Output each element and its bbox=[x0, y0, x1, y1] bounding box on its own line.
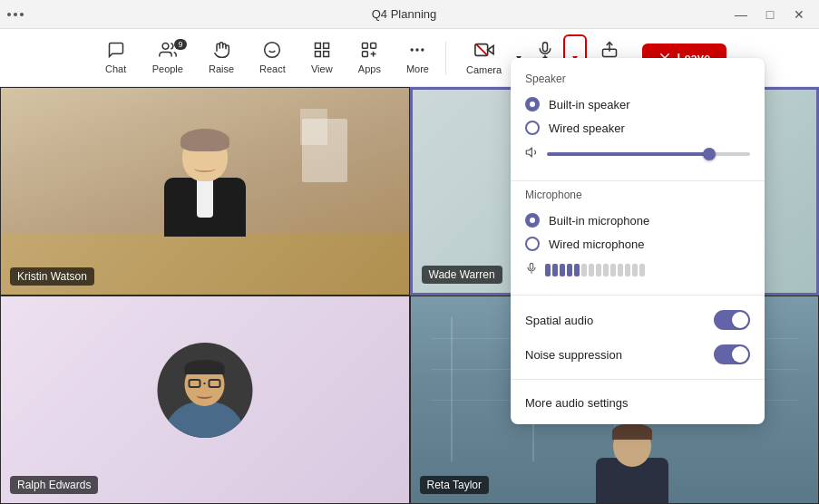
title-bar: Q4 Planning — □ ✕ bbox=[0, 0, 819, 29]
wired-speaker-option[interactable]: Wired speaker bbox=[511, 116, 765, 140]
level-bar-5 bbox=[574, 264, 580, 276]
level-bar-7 bbox=[589, 264, 594, 276]
divider-2 bbox=[511, 295, 765, 296]
more-icon bbox=[408, 41, 426, 62]
divider-3 bbox=[511, 379, 765, 380]
wired-speaker-label: Wired speaker bbox=[549, 121, 625, 135]
video-cell-ralph[interactable]: Ralph Edwards bbox=[0, 296, 410, 504]
svg-rect-5 bbox=[323, 44, 328, 49]
toolbar-react[interactable]: React bbox=[247, 35, 298, 80]
speaker-section-label: Speaker bbox=[511, 73, 765, 92]
react-icon bbox=[263, 41, 281, 62]
wired-mic-radio[interactable] bbox=[525, 237, 540, 251]
level-bar-12 bbox=[625, 264, 630, 276]
app-title: Q4 Planning bbox=[80, 7, 728, 21]
builtin-mic-option[interactable]: Built-in microphone bbox=[511, 208, 765, 232]
svg-point-11 bbox=[411, 48, 414, 51]
video-cell-kristin[interactable]: Kristin Watson bbox=[0, 87, 410, 296]
volume-slider[interactable] bbox=[547, 152, 750, 156]
level-bar-13 bbox=[632, 264, 638, 276]
react-label: React bbox=[259, 63, 286, 74]
level-bar-8 bbox=[596, 264, 601, 276]
chat-icon bbox=[107, 41, 125, 62]
more-audio-settings-link[interactable]: More audio settings bbox=[511, 387, 765, 413]
toolbar-divider bbox=[445, 42, 446, 74]
wired-mic-label: Wired microphone bbox=[549, 237, 645, 251]
svg-point-1 bbox=[265, 43, 280, 58]
toolbar-raise[interactable]: Raise bbox=[196, 35, 247, 80]
builtin-mic-label: Built-in microphone bbox=[549, 214, 649, 228]
microphone-section-label: Microphone bbox=[511, 189, 765, 208]
toolbar-view[interactable]: View bbox=[298, 35, 346, 80]
people-badge: 9 bbox=[174, 39, 187, 50]
level-bar-14 bbox=[639, 264, 645, 276]
noise-suppression-toggle[interactable] bbox=[714, 344, 750, 364]
close-button[interactable]: ✕ bbox=[786, 4, 812, 25]
participant-name-kristin: Kristin Watson bbox=[10, 267, 94, 286]
mic-level-row bbox=[511, 256, 765, 287]
builtin-speaker-option[interactable]: Built-in speaker bbox=[511, 92, 765, 116]
svg-rect-7 bbox=[323, 52, 328, 57]
wired-speaker-radio[interactable] bbox=[525, 121, 540, 135]
view-icon bbox=[313, 41, 331, 62]
people-label: People bbox=[152, 63, 183, 74]
svg-line-16 bbox=[475, 44, 487, 56]
participant-name-ralph: Ralph Edwards bbox=[10, 476, 98, 494]
title-bar-dots bbox=[7, 13, 24, 16]
svg-rect-10 bbox=[363, 52, 368, 57]
svg-rect-8 bbox=[363, 44, 368, 49]
builtin-mic-radio[interactable] bbox=[525, 213, 540, 228]
participant-name-reta: Reta Taylor bbox=[420, 476, 489, 494]
svg-rect-6 bbox=[315, 52, 320, 57]
svg-marker-26 bbox=[526, 148, 531, 156]
maximize-button[interactable]: □ bbox=[757, 4, 783, 25]
spatial-audio-toggle[interactable] bbox=[714, 310, 750, 330]
noise-suppression-label: Noise suppression bbox=[525, 348, 622, 362]
toolbar-more[interactable]: More bbox=[394, 35, 442, 80]
level-bar-9 bbox=[603, 264, 609, 276]
apps-icon bbox=[360, 41, 378, 62]
toolbar-apps[interactable]: Apps bbox=[346, 35, 394, 80]
svg-point-12 bbox=[416, 48, 419, 51]
toolbar-main-group: Chat 9 People Raise React View bbox=[93, 35, 442, 80]
audio-dropdown-panel: Speaker Built-in speaker Wired speaker M… bbox=[511, 58, 765, 424]
apps-label: Apps bbox=[358, 63, 381, 74]
level-bar-1 bbox=[545, 264, 551, 276]
window-controls: — □ ✕ bbox=[728, 4, 812, 25]
spatial-audio-label: Spatial audio bbox=[525, 314, 593, 327]
svg-point-0 bbox=[162, 44, 169, 50]
svg-rect-18 bbox=[543, 43, 548, 52]
builtin-speaker-radio[interactable] bbox=[525, 97, 540, 111]
level-bar-11 bbox=[618, 264, 623, 276]
level-bar-10 bbox=[610, 264, 616, 276]
volume-icon bbox=[525, 145, 540, 162]
svg-rect-9 bbox=[371, 44, 376, 49]
mic-level-icon bbox=[525, 261, 538, 278]
minimize-button[interactable]: — bbox=[728, 4, 754, 25]
volume-row bbox=[511, 140, 765, 173]
toolbar-chat[interactable]: Chat bbox=[93, 35, 140, 80]
camera-icon bbox=[474, 40, 494, 63]
svg-rect-4 bbox=[315, 44, 320, 49]
builtin-speaker-label: Built-in speaker bbox=[549, 98, 630, 111]
divider-1 bbox=[511, 180, 765, 181]
svg-marker-14 bbox=[487, 45, 492, 53]
view-label: View bbox=[311, 63, 333, 74]
level-bar-6 bbox=[581, 264, 587, 276]
level-bar-2 bbox=[552, 264, 558, 276]
level-bar-4 bbox=[567, 264, 572, 276]
volume-thumb[interactable] bbox=[703, 148, 716, 160]
toolbar-camera[interactable]: Camera bbox=[457, 34, 511, 81]
mic-level-bars bbox=[545, 264, 645, 276]
chat-label: Chat bbox=[105, 63, 126, 74]
spatial-audio-row: Spatial audio bbox=[511, 303, 765, 337]
wired-mic-option[interactable]: Wired microphone bbox=[511, 232, 765, 256]
svg-rect-27 bbox=[530, 263, 533, 269]
more-label: More bbox=[406, 63, 429, 74]
svg-point-13 bbox=[422, 48, 424, 51]
noise-suppression-row: Noise suppression bbox=[511, 337, 765, 372]
toolbar-people[interactable]: 9 People bbox=[140, 35, 196, 80]
camera-label: Camera bbox=[466, 64, 502, 75]
raise-icon bbox=[212, 41, 230, 62]
level-bar-3 bbox=[560, 264, 565, 276]
